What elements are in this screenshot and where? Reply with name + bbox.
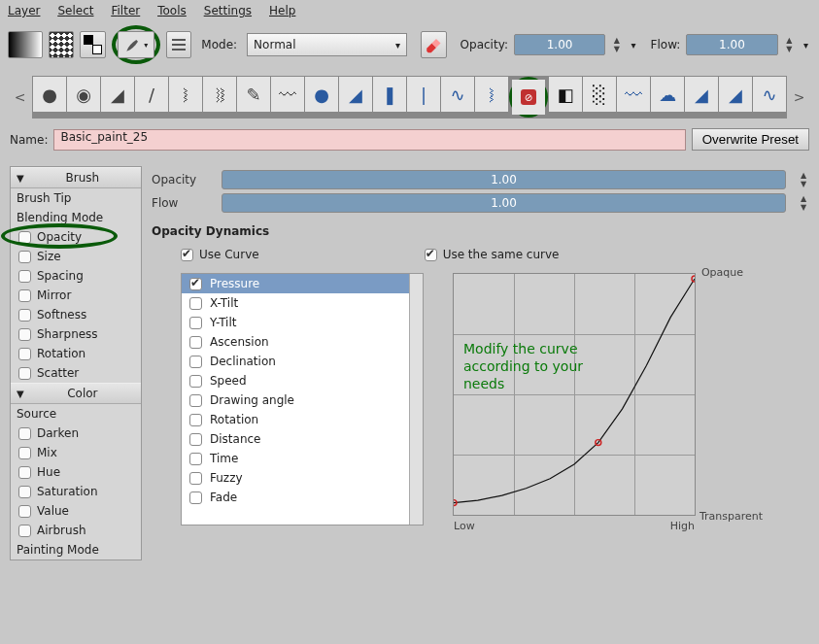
param-fade[interactable]: Fade: [182, 488, 423, 507]
preset-thumb[interactable]: ∿: [441, 77, 474, 112]
preset-next[interactable]: >: [793, 89, 805, 105]
param-ytilt[interactable]: Y-Tilt: [182, 313, 423, 332]
row-value[interactable]: Value: [11, 501, 141, 521]
preset-thumb[interactable]: ░: [583, 77, 616, 112]
row-spacing[interactable]: Spacing: [11, 266, 141, 286]
preset-thumb[interactable]: ◢: [339, 77, 372, 112]
opacity-big-spin[interactable]: ▲▼: [798, 171, 809, 188]
preset-thumb[interactable]: ◧: [549, 77, 582, 112]
flow-big-spin[interactable]: ▲▼: [798, 194, 809, 212]
checkbox[interactable]: [181, 249, 193, 261]
flow-slider[interactable]: 1.00: [686, 34, 777, 55]
row-airbrush[interactable]: Airbrush: [11, 521, 141, 540]
row-brush-tip[interactable]: Brush Tip: [11, 188, 141, 208]
checkbox[interactable]: [18, 427, 31, 440]
checkbox[interactable]: [425, 249, 437, 261]
preset-name-input[interactable]: Basic_paint_25: [53, 129, 685, 151]
preset-thumb[interactable]: ⧚: [203, 77, 236, 112]
brush-section-header[interactable]: ▼ Brush: [11, 167, 141, 188]
checkbox[interactable]: [189, 453, 202, 465]
checkbox[interactable]: [18, 328, 31, 341]
curve-editor[interactable]: Opaque Transparent Low High Modify the c…: [453, 273, 696, 516]
row-rotation[interactable]: Rotation: [11, 344, 141, 363]
preset-list-button[interactable]: [166, 31, 191, 58]
opacity-spin[interactable]: ▲▼: [611, 36, 622, 53]
preset-thumb[interactable]: ☁: [651, 77, 684, 112]
pattern-button[interactable]: [49, 31, 74, 58]
menu-help[interactable]: Help: [269, 4, 295, 17]
checkbox[interactable]: [18, 251, 31, 263]
row-darken[interactable]: Darken: [11, 424, 141, 443]
preset-thumb[interactable]: 〰: [271, 77, 304, 112]
use-same-curve-check[interactable]: Use the same curve: [425, 248, 560, 261]
checkbox[interactable]: [18, 466, 31, 479]
param-xtilt[interactable]: X-Tilt: [182, 293, 423, 313]
checkbox[interactable]: [189, 491, 202, 504]
eraser-toggle-button[interactable]: [421, 31, 446, 58]
param-declination[interactable]: Declination: [182, 352, 423, 371]
row-size[interactable]: Size: [11, 247, 141, 266]
preset-thumb[interactable]: 〰: [617, 77, 650, 112]
checkbox[interactable]: [189, 336, 202, 349]
param-ascension[interactable]: Ascension: [182, 332, 423, 352]
param-rotation[interactable]: Rotation: [182, 410, 423, 429]
checkbox[interactable]: [189, 297, 202, 310]
menu-select[interactable]: Select: [57, 4, 93, 17]
param-drawing-angle[interactable]: Drawing angle: [182, 390, 423, 410]
checkbox[interactable]: [189, 414, 202, 426]
flow-spin[interactable]: ▲▼: [784, 36, 795, 53]
flow-dropdown[interactable]: ▾: [801, 40, 811, 51]
color-section-header[interactable]: ▼ Color: [11, 383, 141, 404]
preset-thumb[interactable]: ✎: [237, 77, 270, 112]
row-opacity[interactable]: Opacity: [11, 227, 141, 247]
row-mirror[interactable]: Mirror: [11, 286, 141, 305]
param-distance[interactable]: Distance: [182, 429, 423, 449]
flow-big-slider[interactable]: 1.00: [222, 193, 786, 213]
row-hue[interactable]: Hue: [11, 462, 141, 482]
use-curve-check[interactable]: Use Curve: [181, 248, 259, 261]
preset-thumb[interactable]: ∿: [753, 77, 786, 112]
opacity-big-slider[interactable]: 1.00: [222, 170, 786, 189]
preset-prev[interactable]: <: [14, 89, 26, 105]
overwrite-preset-button[interactable]: Overwrite Preset: [692, 128, 809, 151]
row-softness[interactable]: Softness: [11, 305, 141, 324]
param-pressure[interactable]: Pressure: [182, 274, 423, 293]
opacity-slider[interactable]: 1.00: [514, 34, 605, 55]
checkbox[interactable]: [18, 486, 31, 498]
checkbox[interactable]: [18, 525, 31, 537]
row-source[interactable]: Source: [11, 404, 141, 424]
preset-thumb[interactable]: ⧘: [169, 77, 202, 112]
checkbox[interactable]: [18, 505, 31, 518]
preset-thumb[interactable]: ❚: [373, 77, 406, 112]
menu-layer[interactable]: Layer: [8, 4, 40, 17]
preset-thumb[interactable]: ∕: [135, 77, 168, 112]
preset-thumb-selected[interactable]: ⊘: [512, 80, 545, 115]
preset-thumb[interactable]: ◢: [101, 77, 134, 112]
row-blending-mode[interactable]: Blending Mode: [11, 208, 141, 227]
gradient-swatch-button[interactable]: [8, 31, 43, 58]
opacity-dropdown[interactable]: ▾: [629, 40, 639, 51]
checkbox[interactable]: [18, 447, 31, 459]
param-fuzzy[interactable]: Fuzzy: [182, 468, 423, 488]
checkbox[interactable]: [189, 317, 202, 329]
checkbox[interactable]: [18, 270, 31, 283]
checkbox[interactable]: [18, 367, 31, 380]
menu-filter[interactable]: Filter: [112, 4, 141, 17]
preset-thumb[interactable]: ◢: [719, 77, 752, 112]
checkbox[interactable]: [189, 472, 202, 485]
fg-bg-swap-button[interactable]: [80, 31, 105, 58]
checkbox[interactable]: [189, 394, 202, 407]
row-mix[interactable]: Mix: [11, 443, 141, 462]
checkbox[interactable]: [18, 289, 31, 302]
row-painting-mode[interactable]: Painting Mode: [11, 540, 141, 559]
checkbox[interactable]: [18, 348, 31, 360]
row-scatter[interactable]: Scatter: [11, 363, 141, 383]
checkbox[interactable]: [189, 375, 202, 388]
mode-combo[interactable]: Normal ▾: [247, 33, 407, 56]
preset-thumb[interactable]: ●: [305, 77, 338, 112]
checkbox[interactable]: [18, 231, 31, 244]
checkbox[interactable]: [18, 309, 31, 322]
preset-thumb[interactable]: ●: [33, 77, 66, 112]
param-speed[interactable]: Speed: [182, 371, 423, 390]
param-time[interactable]: Time: [182, 449, 423, 468]
